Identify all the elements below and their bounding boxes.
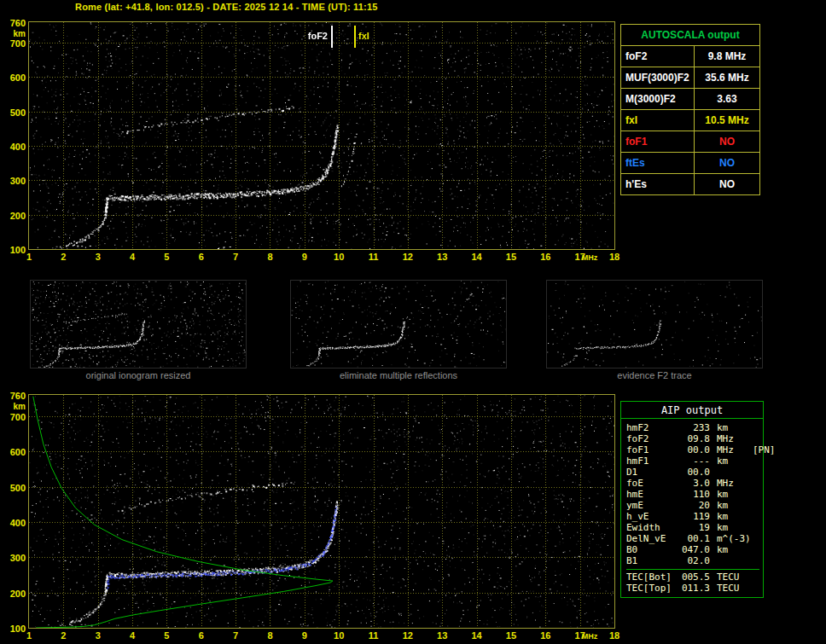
autoscala-screen: Rome (lat: +41.8, lon: 012.5) - DATE: 20…	[0, 0, 826, 644]
foF2-marker-label: foF2	[295, 31, 328, 41]
aip-unit: TECU	[710, 571, 747, 583]
aip-extra	[747, 555, 759, 566]
aip-row: foF209.8MHz	[626, 433, 759, 444]
aip-unit: km	[710, 511, 747, 522]
y-tick-label: 500	[2, 483, 26, 493]
autoscala-header-row: AUTOSCALA output	[621, 25, 760, 46]
x-tick-label: 13	[431, 630, 453, 641]
y-tick-label: 400	[2, 518, 26, 528]
aip-extra	[747, 478, 759, 489]
y-tick-label: 760	[2, 18, 26, 28]
page-title: Rome (lat: +41.8, lon: 012.5) - DATE: 20…	[75, 2, 378, 12]
top-ionogram-canvas	[29, 22, 614, 249]
aip-param: hmF2	[626, 422, 676, 433]
top-plot-x-axis: 123456789101112131415161718MHz	[29, 252, 626, 264]
aip-extra	[747, 522, 759, 533]
aip-value: ---	[676, 455, 710, 467]
aip-unit: km	[710, 544, 747, 555]
aip-param: foE	[626, 478, 676, 489]
autoscala-param: foF2	[621, 46, 695, 67]
aip-param: Ewidth	[626, 522, 676, 533]
x-tick-label: 10	[328, 252, 350, 262]
aip-extra	[747, 467, 759, 478]
x-tick-label: 3	[87, 252, 109, 262]
x-tick-label: 3	[87, 630, 109, 641]
x-tick-label: 18	[603, 630, 625, 641]
aip-extra	[747, 544, 759, 555]
autoscala-param: ftEs	[621, 153, 695, 174]
aip-param: hmF1	[626, 455, 676, 467]
autoscala-row: foF1NO	[621, 131, 760, 153]
autoscala-row: foF29.8 MHz	[621, 46, 760, 67]
x-tick-label: 2	[52, 252, 74, 262]
aip-param: B0	[626, 544, 676, 555]
aip-row: DelN_vE00.1m^(-3)	[626, 533, 759, 544]
autoscala-output-table: AUTOSCALA output foF29.8 MHzMUF(3000)F23…	[620, 24, 760, 195]
x-tick-label: 8	[259, 630, 281, 641]
autoscala-param: MUF(3000)F2	[621, 67, 695, 89]
aip-row: TEC[Top]011.3TECU	[626, 583, 759, 594]
aip-param: TEC[Top]	[626, 583, 676, 594]
thumbnail-caption-evidence: evidence F2 trace	[546, 370, 763, 380]
x-tick-label: 14	[466, 252, 488, 262]
aip-unit: TECU	[710, 583, 747, 594]
x-tick-label: 13	[431, 252, 453, 262]
y-tick-label: 400	[2, 142, 26, 152]
thumbnail-caption-eliminate: eliminate multiple reflections	[290, 370, 507, 380]
aip-value: 047.0	[676, 544, 710, 555]
aip-value: 09.8	[676, 433, 710, 444]
autoscala-header: AUTOSCALA output	[621, 25, 760, 46]
thumbnail-eliminate-reflections-canvas	[291, 281, 506, 368]
autoscala-param: h'Es	[621, 174, 695, 195]
x-tick-label: 7	[224, 630, 247, 641]
aip-value: 00.1	[676, 533, 710, 544]
aip-value: 19	[676, 522, 710, 533]
autoscala-value: 9.8 MHz	[695, 46, 760, 67]
thumbnail-caption-original: original ionogram resized	[30, 370, 247, 380]
thumbnail-eliminate-reflections	[290, 280, 507, 368]
autoscala-row: MUF(3000)F235.6 MHz	[621, 67, 760, 89]
x-tick-label: 11	[363, 252, 385, 262]
aip-unit: km	[710, 522, 747, 533]
aip-unit: km	[710, 489, 747, 500]
autoscala-row: fxI10.5 MHz	[621, 110, 760, 131]
x-tick-label: 18	[603, 252, 625, 262]
x-tick-label: 12	[397, 252, 419, 262]
aip-row: ymE20km	[626, 500, 759, 511]
x-tick-label: 1	[18, 252, 40, 262]
aip-row: foF100.0MHz[PN]	[626, 444, 759, 455]
autoscala-row: M(3000)F23.63	[621, 89, 760, 110]
aip-value: 02.0	[676, 555, 710, 566]
y-tick-label: 700	[2, 38, 26, 49]
bottom-ionogram-canvas	[29, 395, 614, 628]
aip-unit	[710, 467, 747, 478]
top-ionogram-plot: foF2 fxI	[28, 21, 615, 250]
autoscala-param: fxI	[621, 110, 695, 131]
aip-unit: km	[710, 455, 747, 467]
aip-value: 3.0	[676, 478, 710, 489]
y-axis-unit: km	[2, 29, 26, 38]
aip-param: h_vE	[626, 511, 676, 522]
aip-extra	[747, 571, 759, 583]
bottom-plot-y-axis: 760km700600500400300200100	[2, 395, 26, 628]
aip-extra	[747, 455, 759, 467]
x-tick-label: 2	[52, 630, 74, 641]
x-tick-label: 4	[121, 630, 143, 641]
aip-output-panel: AIP output hmF2233kmfoF209.8MHzfoF100.0M…	[620, 401, 764, 598]
y-tick-label: 300	[2, 176, 26, 186]
aip-row: foE3.0MHz	[626, 478, 759, 489]
thumbnail-evidence-f2-trace-canvas	[547, 281, 762, 368]
autoscala-value: NO	[695, 174, 760, 195]
aip-value: 233	[676, 422, 710, 433]
aip-header: AIP output	[621, 402, 763, 419]
y-tick-label: 200	[2, 589, 26, 599]
y-tick-label: 700	[2, 412, 26, 422]
aip-unit: km	[710, 422, 747, 433]
x-tick-label: 10	[328, 630, 350, 641]
aip-unit	[710, 555, 747, 566]
x-tick-label: 15	[500, 252, 522, 262]
aip-row: TEC[Bot]005.5TECU	[626, 569, 759, 583]
y-tick-label: 600	[2, 73, 26, 83]
aip-value: 011.3	[676, 583, 710, 594]
x-tick-label: 6	[190, 630, 212, 641]
